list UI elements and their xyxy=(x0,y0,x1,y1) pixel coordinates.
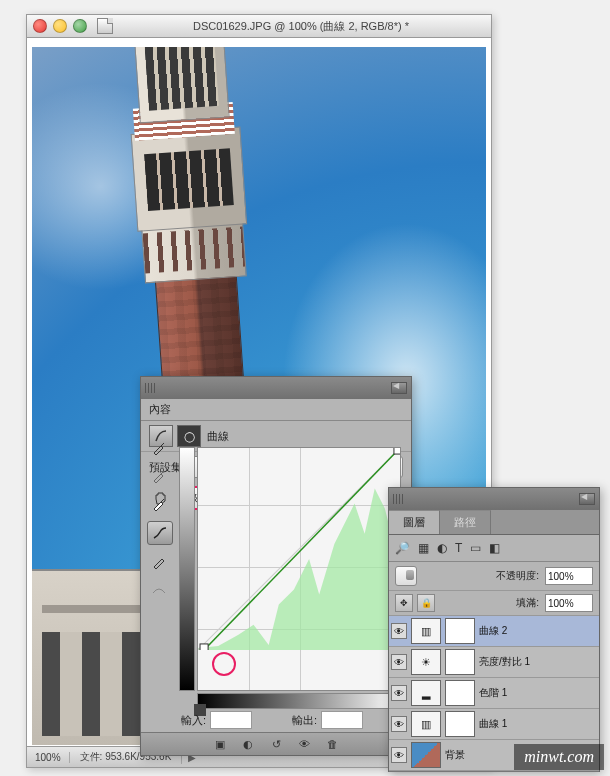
grip-icon xyxy=(393,494,403,504)
layer-item[interactable]: 👁 ▥ 曲線 2 xyxy=(389,616,599,647)
layer-name: 曲線 1 xyxy=(479,717,507,731)
mask-thumb xyxy=(445,618,475,644)
input-value[interactable] xyxy=(210,711,252,729)
collapse-icon[interactable] xyxy=(579,493,595,505)
pencil-tool-icon[interactable] xyxy=(147,551,171,573)
eyedropper-gray-icon[interactable] xyxy=(147,465,171,487)
eye-icon[interactable]: 👁 xyxy=(391,716,407,732)
eye-icon[interactable]: 👁 xyxy=(391,685,407,701)
tab-paths[interactable]: 路徑 xyxy=(440,510,491,534)
adjustment-thumb: ▥ xyxy=(411,711,441,737)
blend-mode-select[interactable] xyxy=(395,566,417,586)
smooth-tool-icon[interactable] xyxy=(147,579,171,601)
window-title: DSC01629.JPG @ 100% (曲線 2, RGB/8*) * xyxy=(117,19,485,34)
layer-name: 亮度/對比 1 xyxy=(479,655,530,669)
layers-header[interactable] xyxy=(389,488,599,510)
highlight-marker xyxy=(212,652,236,676)
zoom-button[interactable] xyxy=(73,19,87,33)
layer-name: 曲線 2 xyxy=(479,624,507,638)
collapse-icon[interactable] xyxy=(391,382,407,394)
blend-opacity-row: 不透明度: 100% xyxy=(389,562,599,591)
mask-thumb xyxy=(445,649,475,675)
opacity-value[interactable]: 100% xyxy=(545,567,593,585)
panel-header[interactable] xyxy=(141,377,411,399)
mask-thumb xyxy=(445,680,475,706)
filter-type-icon[interactable]: T xyxy=(455,541,462,555)
layer-name: 背景 xyxy=(445,748,465,762)
layer-name: 色階 1 xyxy=(479,686,507,700)
minimize-button[interactable] xyxy=(53,19,67,33)
grip-icon xyxy=(145,383,155,393)
tab-properties[interactable]: 內容 xyxy=(149,402,171,417)
layers-tabs: 圖層 路徑 xyxy=(389,510,599,535)
eyedropper-black-icon[interactable] xyxy=(147,437,171,459)
prev-state-icon[interactable]: ◐ xyxy=(238,736,258,752)
output-label: 輸出: xyxy=(292,713,317,728)
mask-icon[interactable]: ◯ xyxy=(177,425,201,447)
trash-icon[interactable]: 🗑 xyxy=(322,736,342,752)
layer-item[interactable]: 👁 ☀ 亮度/對比 1 xyxy=(389,647,599,678)
close-button[interactable] xyxy=(33,19,47,33)
clip-icon[interactable]: ▣ xyxy=(210,736,230,752)
input-label: 輸入: xyxy=(181,713,206,728)
output-gradient xyxy=(179,447,195,691)
eye-icon[interactable]: 👁 xyxy=(391,747,407,763)
filter-adjust-icon[interactable]: ◐ xyxy=(437,541,447,555)
mask-thumb xyxy=(445,711,475,737)
adjustment-name: 曲線 xyxy=(207,429,229,444)
eyedropper-white-icon[interactable] xyxy=(147,493,171,515)
visibility-icon[interactable]: 👁 xyxy=(294,736,314,752)
adjustment-thumb: ▥ xyxy=(411,618,441,644)
curve-tools xyxy=(147,437,173,601)
svg-rect-1 xyxy=(200,644,208,650)
svg-rect-2 xyxy=(394,448,400,454)
input-gradient xyxy=(197,693,401,709)
eye-icon[interactable]: 👁 xyxy=(391,654,407,670)
reset-icon[interactable]: ↺ xyxy=(266,736,286,752)
curve-point-tool[interactable] xyxy=(147,521,173,545)
filter-shape-icon[interactable]: ▭ xyxy=(470,541,481,555)
titlebar[interactable]: DSC01629.JPG @ 100% (曲線 2, RGB/8*) * xyxy=(27,15,491,38)
tab-layers[interactable]: 圖層 xyxy=(389,510,440,534)
watermark: minwt.com xyxy=(514,744,604,770)
curves-footer: ▣ ◐ ↺ 👁 🗑 xyxy=(141,732,411,755)
adjustment-thumb: ▂ xyxy=(411,680,441,706)
zoom-level[interactable]: 100% xyxy=(27,752,70,763)
fill-label: 填滿: xyxy=(516,596,539,610)
filter-image-icon[interactable]: ▦ xyxy=(418,541,429,555)
lock-row: ✥ 🔒 填滿: 100% xyxy=(389,591,599,616)
window-controls xyxy=(33,19,87,33)
curves-graph[interactable] xyxy=(197,447,401,691)
filter-row: 🔎 ▦ ◐ T ▭ ◧ xyxy=(389,535,599,562)
layers-panel: 圖層 路徑 🔎 ▦ ◐ T ▭ ◧ 不透明度: 100% ✥ 🔒 填滿: 100… xyxy=(388,487,600,772)
eye-icon[interactable]: 👁 xyxy=(391,623,407,639)
image-thumb xyxy=(411,742,441,768)
move-icon[interactable]: ✥ xyxy=(395,594,413,612)
io-values: 輸入: 輸出: xyxy=(181,711,401,729)
fill-value[interactable]: 100% xyxy=(545,594,593,612)
curves-graph-area xyxy=(179,447,401,709)
opacity-label: 不透明度: xyxy=(496,569,539,583)
output-value[interactable] xyxy=(321,711,363,729)
layer-item[interactable]: 👁 ▥ 曲線 1 xyxy=(389,709,599,740)
document-icon xyxy=(97,18,113,34)
panel-tab-row: 內容 xyxy=(141,399,411,421)
lock-icon[interactable]: 🔒 xyxy=(417,594,435,612)
adjustment-thumb: ☀ xyxy=(411,649,441,675)
filter-smart-icon[interactable]: ◧ xyxy=(489,541,500,555)
filter-kind-icon[interactable]: 🔎 xyxy=(395,541,410,555)
curves-panel: 內容 ◯ 曲線 預設集: 自訂 綠 自動 xyxy=(140,376,412,756)
layer-item[interactable]: 👁 ▂ 色階 1 xyxy=(389,678,599,709)
